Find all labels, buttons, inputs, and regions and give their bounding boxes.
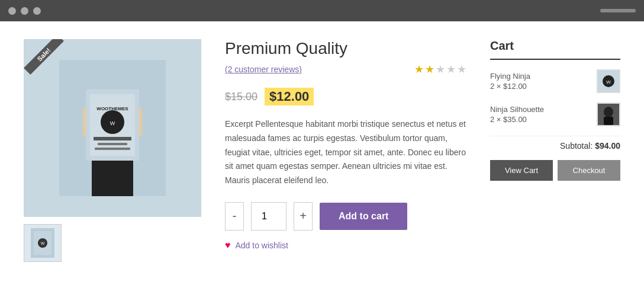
- add-to-cart-button[interactable]: Add to cart: [320, 203, 407, 230]
- cart-item-1-qty: 2: [490, 82, 494, 91]
- cart-subtotal: Subtotal: $94.00: [490, 136, 620, 151]
- product-images: Sale! WOOTHEMES W: [24, 39, 201, 289]
- svg-text:W: W: [110, 120, 115, 126]
- titlebar: [0, 0, 644, 21]
- star-5: ★: [457, 63, 466, 76]
- cart-sidebar: Cart Flying Ninja 2 × $12.00 W: [490, 39, 620, 289]
- svg-text:W: W: [606, 79, 611, 85]
- svg-rect-22: [604, 117, 613, 125]
- sale-badge: Sale!: [24, 39, 64, 75]
- cart-item-1-info: Flying Ninja 2 × $12.00: [490, 72, 591, 91]
- titlebar-bar: [600, 9, 636, 12]
- product-description: Excerpt Pellentesque habitant morbi tris…: [225, 117, 466, 188]
- checkout-button[interactable]: Checkout: [558, 160, 620, 181]
- titlebar-dot-green: [33, 7, 41, 15]
- original-price: $15.00: [225, 91, 257, 103]
- titlebar-dot-yellow: [21, 7, 28, 15]
- cart-item-2-name: Ninja Silhouette: [490, 105, 591, 114]
- wishlist-row[interactable]: ♥ Add to wishlist: [225, 240, 466, 251]
- cart-buttons: View Cart Checkout: [490, 160, 620, 181]
- star-2: ★: [425, 63, 434, 76]
- cart-item-2-price: 2 × $35.00: [490, 115, 591, 124]
- heart-icon: ♥: [225, 240, 231, 251]
- cart-item-1-image: W: [597, 69, 620, 93]
- quantity-input[interactable]: [251, 202, 286, 231]
- cart-title: Cart: [490, 39, 620, 53]
- cart-item-2: Ninja Silhouette 2 × $35.00: [490, 103, 620, 126]
- svg-rect-11: [98, 143, 127, 145]
- cart-item-1-unit-price: $12.00: [503, 82, 527, 91]
- quantity-plus-button[interactable]: +: [294, 202, 313, 231]
- titlebar-dot-red: [8, 7, 16, 15]
- quantity-row: - + Add to cart: [225, 202, 466, 231]
- cart-item-1-svg: W: [598, 71, 619, 92]
- cart-item-2-svg: [598, 104, 619, 125]
- wishlist-label: Add to wishlist: [236, 241, 288, 250]
- svg-point-21: [604, 107, 613, 117]
- cart-item-2-unit-price: $35.00: [503, 115, 527, 124]
- cart-item-2-info: Ninja Silhouette 2 × $35.00: [490, 105, 591, 124]
- product-detail: Premium Quality (2 customer reviews) ★ ★…: [225, 39, 466, 289]
- product-poster-svg: WOOTHEMES W: [59, 60, 166, 196]
- svg-rect-12: [95, 148, 130, 150]
- star-1: ★: [414, 63, 424, 76]
- sale-price: $12.00: [265, 88, 314, 105]
- svg-text:W: W: [41, 241, 45, 245]
- cart-item-2-qty: 2: [490, 115, 494, 124]
- cart-item-1: Flying Ninja 2 × $12.00 W: [490, 69, 620, 93]
- page-content: Sale! WOOTHEMES W: [0, 21, 644, 307]
- cart-item-1-name: Flying Ninja: [490, 72, 591, 81]
- cart-item-2-x: ×: [497, 115, 503, 124]
- cart-divider: [490, 59, 620, 60]
- product-stars: ★ ★ ★ ★ ★: [414, 63, 466, 76]
- svg-rect-10: [94, 137, 131, 140]
- product-title: Premium Quality: [225, 39, 466, 58]
- product-reviews-link[interactable]: (2 customer reviews): [225, 65, 302, 74]
- cart-item-1-price: 2 × $12.00: [490, 82, 591, 91]
- cart-item-2-image: [597, 103, 620, 126]
- cart-subtotal-label: Subtotal:: [560, 141, 593, 151]
- main-product-image: Sale! WOOTHEMES W: [24, 39, 201, 217]
- product-rating-row: (2 customer reviews) ★ ★ ★ ★ ★: [225, 63, 466, 76]
- price-row: $15.00 $12.00: [225, 88, 466, 105]
- view-cart-button[interactable]: View Cart: [490, 160, 553, 181]
- star-3: ★: [436, 63, 445, 76]
- thumb-svg: W: [31, 228, 54, 258]
- sale-badge-wrap: Sale!: [24, 39, 65, 81]
- star-4: ★: [446, 63, 456, 76]
- cart-subtotal-value: $94.00: [595, 141, 620, 151]
- quantity-minus-button[interactable]: -: [225, 202, 244, 231]
- cart-item-1-x: ×: [497, 82, 503, 91]
- product-thumbnail[interactable]: W: [24, 224, 62, 262]
